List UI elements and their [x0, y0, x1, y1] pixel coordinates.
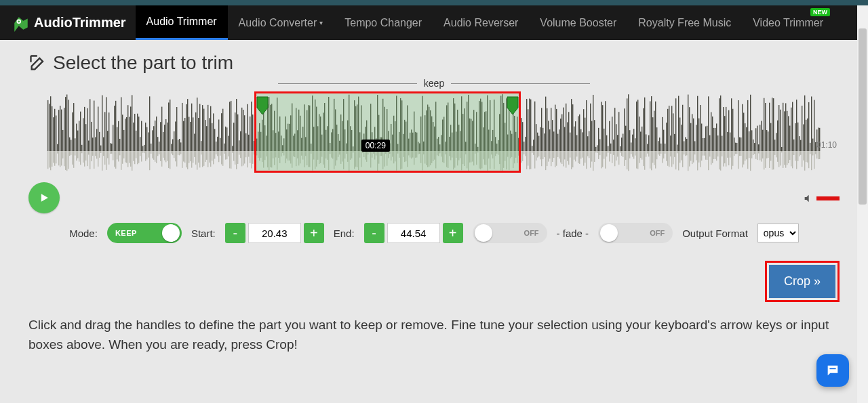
page-title: Select the part to trim	[28, 52, 840, 74]
svg-rect-406	[595, 147, 596, 151]
svg-rect-1113	[781, 151, 782, 152]
svg-rect-19	[71, 140, 71, 151]
svg-rect-509	[735, 143, 736, 151]
svg-rect-57	[122, 114, 123, 151]
end-plus[interactable]: +	[443, 223, 463, 243]
nav-audio-converter[interactable]: Audio Converter▾	[228, 5, 334, 40]
svg-rect-22	[75, 138, 75, 151]
svg-rect-49	[111, 144, 112, 151]
scroll-thumb[interactable]	[859, 28, 867, 205]
svg-rect-649	[152, 151, 153, 158]
svg-rect-103	[184, 118, 185, 151]
svg-rect-453	[659, 137, 660, 151]
svg-rect-1055	[703, 151, 703, 156]
svg-rect-1000	[628, 151, 629, 171]
svg-rect-503	[727, 132, 728, 151]
end-input[interactable]	[387, 223, 440, 243]
svg-rect-499	[722, 136, 722, 151]
svg-rect-715	[241, 151, 242, 166]
waveform-container[interactable]: 00:29 01:10	[28, 91, 840, 173]
new-badge: NEW	[810, 8, 830, 16]
svg-rect-705	[228, 151, 229, 156]
output-format-select[interactable]: opus	[757, 224, 799, 242]
svg-rect-996	[623, 151, 623, 157]
svg-rect-519	[749, 131, 749, 151]
svg-rect-682	[197, 151, 197, 170]
svg-rect-600	[85, 151, 86, 161]
svg-rect-650	[153, 151, 154, 160]
svg-rect-94	[172, 140, 173, 151]
nav-volume-booster[interactable]: Volume Booster	[529, 5, 627, 40]
svg-rect-973	[591, 151, 592, 162]
svg-rect-109	[193, 117, 193, 151]
start-input[interactable]	[248, 223, 301, 243]
svg-rect-369	[545, 97, 546, 151]
handle-left[interactable]	[255, 96, 270, 116]
play-button[interactable]	[28, 182, 60, 213]
svg-rect-495	[716, 123, 717, 151]
volume-bar[interactable]	[816, 196, 840, 200]
svg-rect-1062	[712, 151, 713, 163]
svg-rect-408	[598, 128, 599, 151]
fade-toggle[interactable]: OFF	[598, 223, 673, 243]
trim-selection[interactable]: 00:29	[254, 91, 521, 173]
help-fab[interactable]	[816, 354, 849, 387]
svg-rect-1064	[715, 151, 715, 159]
svg-rect-975	[594, 151, 595, 162]
svg-rect-598	[83, 151, 83, 163]
svg-rect-532	[766, 130, 767, 151]
svg-rect-1066	[717, 151, 718, 156]
svg-rect-646	[148, 151, 149, 158]
scrollbar[interactable]	[857, 5, 868, 403]
handle-right[interactable]	[505, 96, 520, 116]
svg-rect-933	[537, 151, 538, 158]
mode-label: Mode:	[69, 228, 98, 239]
svg-rect-432	[631, 142, 631, 151]
svg-rect-712	[237, 151, 238, 164]
svg-rect-1028	[666, 151, 667, 161]
nav-tempo-changer[interactable]: Tempo Changer	[334, 5, 433, 40]
svg-rect-536	[772, 98, 772, 151]
crop-button[interactable]: Crop »	[769, 265, 835, 298]
svg-rect-950	[560, 151, 561, 163]
volume-control[interactable]	[803, 193, 840, 204]
svg-rect-1023	[659, 151, 660, 156]
start-plus[interactable]: +	[304, 223, 324, 243]
start-minus[interactable]: -	[225, 223, 245, 243]
svg-rect-955	[567, 151, 568, 161]
svg-rect-1003	[632, 151, 633, 157]
svg-rect-7	[54, 109, 55, 151]
svg-rect-396	[582, 132, 583, 151]
svg-rect-658	[164, 151, 165, 161]
svg-rect-579	[57, 151, 58, 154]
svg-rect-637	[136, 151, 136, 158]
loop-toggle[interactable]: OFF	[473, 223, 547, 243]
svg-rect-1070	[723, 151, 724, 167]
svg-rect-98	[178, 140, 178, 151]
svg-rect-548	[788, 116, 789, 151]
svg-rect-512	[739, 137, 740, 151]
svg-rect-573	[49, 151, 50, 167]
end-minus[interactable]: -	[364, 223, 384, 243]
svg-rect-528	[761, 121, 762, 151]
svg-rect-1041	[684, 151, 684, 154]
mode-toggle[interactable]: KEEP	[107, 223, 182, 243]
svg-rect-714	[240, 151, 241, 158]
nav-video-trimmer[interactable]: Video TrimmerNEW	[742, 5, 834, 40]
svg-rect-1081	[738, 151, 738, 169]
nav-audio-trimmer[interactable]: Audio Trimmer	[136, 5, 228, 40]
logo[interactable]: AudioTrimmer	[12, 14, 126, 32]
svg-rect-421	[616, 124, 616, 151]
svg-rect-952	[563, 151, 564, 167]
svg-rect-101	[182, 103, 182, 151]
svg-rect-707	[231, 151, 231, 169]
svg-rect-672	[183, 151, 184, 161]
nav-royalty-free-music[interactable]: Royalty Free Music	[627, 5, 742, 40]
nav-audio-reverser[interactable]: Audio Reverser	[433, 5, 529, 40]
svg-rect-644	[145, 151, 146, 161]
svg-rect-702	[224, 151, 224, 154]
svg-rect-73	[144, 145, 144, 151]
svg-rect-634	[132, 151, 132, 171]
svg-rect-1045	[689, 151, 690, 167]
svg-rect-35	[92, 137, 93, 151]
